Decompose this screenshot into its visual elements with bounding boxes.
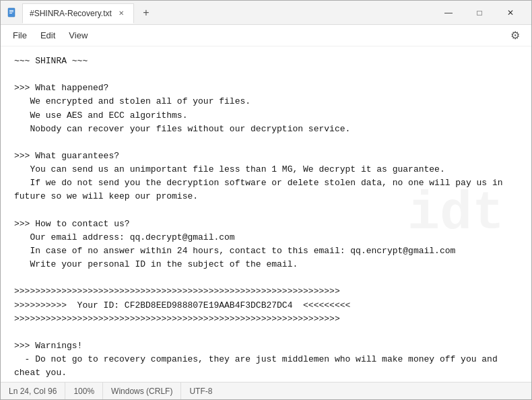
app-icon xyxy=(6,7,18,19)
svg-rect-2 xyxy=(9,11,13,12)
tab-container: #SHINRA-Recovery.txt ✕ + xyxy=(22,3,433,23)
document-text: ~~~ SHINRA ~~~ >>> What happened? We enc… xyxy=(14,55,518,382)
encoding: UTF-8 xyxy=(181,382,220,399)
menu-edit[interactable]: Edit xyxy=(34,28,62,43)
svg-rect-3 xyxy=(9,13,12,13)
status-bar: Ln 24, Col 96 100% Windows (CRLF) UTF-8 xyxy=(1,382,531,399)
window-controls: — □ ✕ xyxy=(433,1,526,25)
maximize-button[interactable]: □ xyxy=(464,1,495,25)
title-bar: #SHINRA-Recovery.txt ✕ + — □ ✕ xyxy=(1,1,531,25)
new-tab-button[interactable]: + xyxy=(137,3,156,22)
zoom-level: 100% xyxy=(65,382,103,399)
menu-view[interactable]: View xyxy=(62,28,94,43)
cursor-position: Ln 24, Col 96 xyxy=(9,382,65,399)
line-ending: Windows (CRLF) xyxy=(103,382,181,399)
minimize-button[interactable]: — xyxy=(433,1,464,25)
menu-file[interactable]: File xyxy=(6,28,34,43)
menu-items: File Edit View xyxy=(6,28,94,43)
settings-icon[interactable]: ⚙ xyxy=(504,25,526,46)
menu-bar: File Edit View ⚙ xyxy=(1,25,531,46)
tab-title: #SHINRA-Recovery.txt xyxy=(30,9,112,18)
tab-close-button[interactable]: ✕ xyxy=(116,8,127,19)
active-tab[interactable]: #SHINRA-Recovery.txt ✕ xyxy=(22,3,134,24)
text-content-area[interactable]: idt ~~~ SHINRA ~~~ >>> What happened? We… xyxy=(1,46,531,382)
svg-rect-0 xyxy=(8,8,15,17)
svg-rect-1 xyxy=(9,10,13,11)
close-button[interactable]: ✕ xyxy=(495,1,526,25)
main-window: #SHINRA-Recovery.txt ✕ + — □ ✕ File Edit… xyxy=(0,0,532,400)
